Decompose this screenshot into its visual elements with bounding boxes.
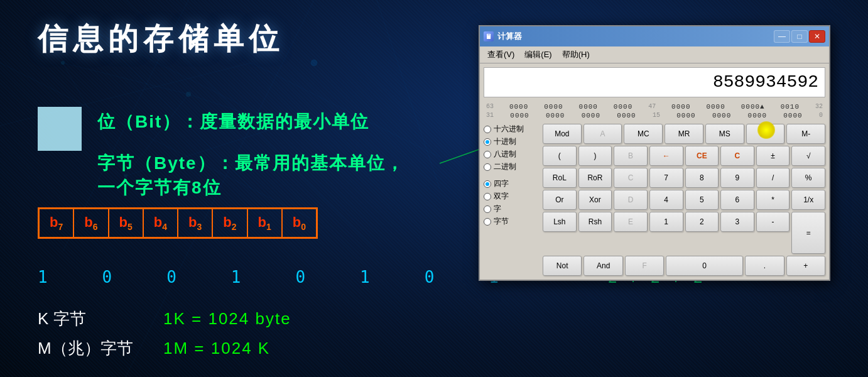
- btn-Xor[interactable]: Xor: [578, 190, 612, 210]
- radio-dword[interactable]: 双字: [484, 191, 540, 202]
- btn-6[interactable]: 6: [720, 190, 754, 210]
- btn-E[interactable]: E: [614, 212, 648, 232]
- storage-row-m: M（兆）字节 1M = 1024 K: [38, 337, 291, 359]
- btn-CE[interactable]: CE: [685, 146, 719, 166]
- btn-A[interactable]: A: [583, 124, 622, 144]
- menu-help[interactable]: 帮助(H): [557, 48, 595, 62]
- btn-3[interactable]: 3: [720, 212, 754, 232]
- bin-pos-0: 0: [819, 112, 823, 119]
- maximize-button[interactable]: □: [791, 30, 808, 43]
- bit-boxes-container: b7 b6 b5 b4 b3 b2 b1 b0: [38, 207, 318, 239]
- btn-plusminus[interactable]: ±: [756, 146, 790, 166]
- radio-qword-circle[interactable]: [484, 180, 491, 188]
- calculator-display: 8589934592: [484, 67, 825, 97]
- btn-1[interactable]: 1: [649, 212, 683, 232]
- radio-word-circle[interactable]: [484, 205, 491, 213]
- btn-C2[interactable]: C: [614, 168, 648, 188]
- bin-val-5: 0000: [671, 103, 690, 111]
- radio-bin[interactable]: 二进制: [484, 161, 540, 172]
- btn-MR[interactable]: MR: [665, 124, 703, 144]
- btn-RoR[interactable]: RoR: [578, 168, 612, 188]
- btn-Lsh[interactable]: Lsh: [543, 212, 577, 232]
- byte-desc-line2: 一个字节有8位: [97, 175, 404, 200]
- bin-val-9: 0000: [510, 112, 529, 119]
- btn-backspace[interactable]: ←: [649, 146, 683, 166]
- bin-pos-31: 31: [486, 112, 494, 119]
- minimize-button[interactable]: —: [774, 30, 790, 43]
- btn-Not[interactable]: Not: [543, 256, 582, 276]
- btn-RoL[interactable]: RoL: [543, 168, 577, 188]
- storage-k-equation: 1K = 1024 byte: [163, 309, 291, 329]
- btn-8[interactable]: 8: [685, 168, 719, 188]
- btn-2[interactable]: 2: [685, 212, 719, 232]
- bin-val-1: 0000: [509, 103, 528, 111]
- calculator-menubar: 查看(V) 编辑(E) 帮助(H): [480, 46, 829, 63]
- menu-edit[interactable]: 编辑(E): [519, 48, 556, 62]
- btn-equals[interactable]: =: [791, 212, 825, 254]
- radio-dec-circle[interactable]: [484, 138, 491, 146]
- bit-box-6: b6: [73, 209, 108, 238]
- btn-rparen[interactable]: ): [578, 146, 612, 166]
- storage-k-label: K 字节: [38, 308, 151, 330]
- bit-box-0: b0: [282, 209, 317, 238]
- calculator-window[interactable]: 🖩 计算器 — □ ✕ 查看(V) 编辑(E) 帮助(H) 8589934592…: [479, 25, 830, 281]
- close-button[interactable]: ✕: [809, 30, 825, 43]
- window-controls: — □ ✕: [774, 30, 825, 43]
- radio-word[interactable]: 字: [484, 204, 540, 214]
- btn-percent[interactable]: %: [791, 168, 825, 188]
- radio-byte[interactable]: 字节: [484, 216, 540, 227]
- btn-reciprocal[interactable]: 1/x: [791, 190, 825, 210]
- radio-hex[interactable]: 十六进制: [484, 124, 540, 134]
- bin-val-4: 0000: [614, 103, 632, 111]
- btn-Mplus[interactable]: M+: [746, 124, 785, 144]
- btn-7[interactable]: 7: [649, 168, 683, 188]
- menu-view[interactable]: 查看(V): [482, 48, 519, 62]
- slide-title: 信息的存储单位: [38, 19, 465, 59]
- bin-val-12: 0000: [617, 112, 636, 119]
- btn-D[interactable]: D: [614, 190, 648, 210]
- btn-0[interactable]: 0: [666, 256, 743, 276]
- right-panel: Mod A MC MR MS M+ M- ( ) B ← CE C ± √: [543, 124, 825, 276]
- btn-F[interactable]: F: [625, 256, 664, 276]
- bin-pos-63: 63: [486, 103, 494, 111]
- btn-9[interactable]: 9: [720, 168, 754, 188]
- calculator-titlebar: 🖩 计算器 — □ ✕: [480, 26, 829, 46]
- btn-Rsh[interactable]: Rsh: [578, 212, 612, 232]
- bin-val-3: 0000: [579, 103, 598, 111]
- btn-minus[interactable]: -: [756, 212, 790, 232]
- btn-Or[interactable]: Or: [543, 190, 577, 210]
- btn-4[interactable]: 4: [649, 190, 683, 210]
- bin-val-11: 0000: [582, 112, 600, 119]
- storage-row-k: K 字节 1K = 1024 byte: [38, 308, 291, 330]
- btn-MC[interactable]: MC: [624, 124, 663, 144]
- btn-MS[interactable]: MS: [705, 124, 744, 144]
- btn-B[interactable]: B: [614, 146, 648, 166]
- radio-qword[interactable]: 四字: [484, 178, 540, 189]
- btn-C[interactable]: C: [720, 146, 754, 166]
- radio-byte-circle[interactable]: [484, 218, 491, 226]
- radio-dword-circle[interactable]: [484, 193, 491, 200]
- radio-oct[interactable]: 八进制: [484, 149, 540, 160]
- btn-5[interactable]: 5: [685, 190, 719, 210]
- storage-m-equation: 1M = 1024 K: [163, 339, 270, 358]
- radio-hex-circle[interactable]: [484, 126, 491, 133]
- btn-multiply[interactable]: *: [756, 190, 790, 210]
- radio-dec-label: 十进制: [494, 136, 516, 147]
- radio-bin-circle[interactable]: [484, 163, 491, 171]
- bit-box-2: b2: [212, 209, 247, 238]
- btn-mod[interactable]: Mod: [543, 124, 582, 144]
- button-row-5: Lsh Rsh E 1 2 3 - =: [543, 212, 825, 254]
- bit-box-7: b7: [39, 209, 73, 238]
- btn-dot[interactable]: .: [745, 256, 784, 276]
- btn-plus[interactable]: +: [786, 256, 825, 276]
- btn-sqrt[interactable]: √: [791, 146, 825, 166]
- button-row-2: ( ) B ← CE C ± √: [543, 146, 825, 166]
- radio-oct-circle[interactable]: [484, 151, 491, 158]
- bit-box-1: b1: [247, 209, 282, 238]
- radio-dec[interactable]: 十进制: [484, 136, 540, 147]
- btn-Mminus[interactable]: M-: [786, 124, 825, 144]
- btn-lparen[interactable]: (: [543, 146, 577, 166]
- btn-And[interactable]: And: [583, 256, 622, 276]
- button-row-6: Not And F 0 . +: [543, 256, 825, 276]
- btn-divide[interactable]: /: [756, 168, 790, 188]
